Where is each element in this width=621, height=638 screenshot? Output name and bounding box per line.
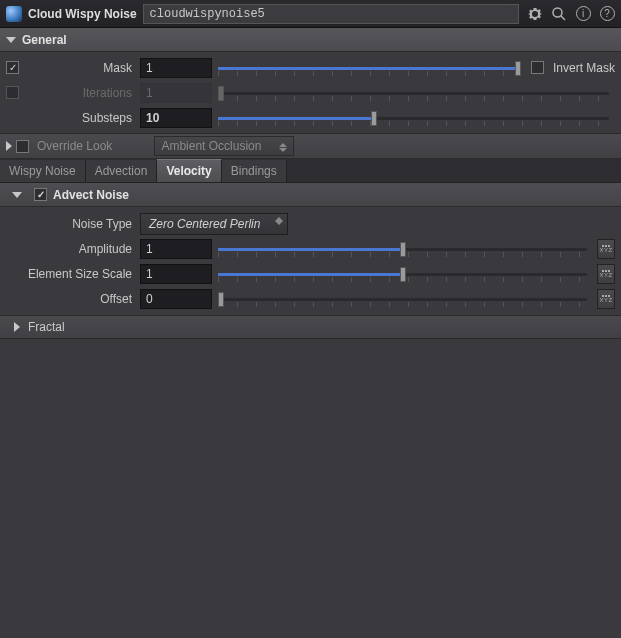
element-size-scale-value-input[interactable] <box>140 264 212 284</box>
amplitude-slider[interactable] <box>218 239 587 259</box>
mask-label: Mask <box>25 61 140 75</box>
chevron-right-icon[interactable] <box>6 141 12 151</box>
node-name-input[interactable] <box>143 4 519 24</box>
tab-bindings[interactable]: Bindings <box>222 160 287 182</box>
node-icon <box>6 6 22 22</box>
chevron-right-icon <box>14 322 20 332</box>
advect-noise-header[interactable]: Advect Noise <box>0 183 621 207</box>
element-size-scale-xyz-button[interactable]: XYZ <box>597 264 615 284</box>
amplitude-value-input[interactable] <box>140 239 212 259</box>
advect-noise-panel: Noise Type Zero Centered Perlin Amplitud… <box>0 207 621 315</box>
amplitude-row: Amplitude XYZ <box>6 236 621 261</box>
amplitude-label: Amplitude <box>12 242 140 256</box>
offset-slider[interactable] <box>218 289 587 309</box>
fractal-label: Fractal <box>28 320 65 334</box>
noise-type-dropdown[interactable]: Zero Centered Perlin <box>140 213 288 235</box>
offset-row: Offset XYZ <box>6 286 621 311</box>
node-type-label: Cloud Wispy Noise <box>28 7 137 21</box>
help-icon[interactable]: ? <box>599 6 615 22</box>
info-icon[interactable]: i <box>575 6 591 22</box>
offset-xyz-button[interactable]: XYZ <box>597 289 615 309</box>
advect-noise-checkbox[interactable] <box>34 188 47 201</box>
amplitude-xyz-button[interactable]: XYZ <box>597 239 615 259</box>
fractal-header[interactable]: Fractal <box>0 315 621 339</box>
general-params: Mask Invert Mask Iterations Substeps <box>0 52 621 133</box>
mask-value-input[interactable] <box>140 58 212 78</box>
substeps-label: Substeps <box>25 111 140 125</box>
override-look-checkbox[interactable] <box>16 140 29 153</box>
svg-line-1 <box>561 16 565 20</box>
tab-wispy-noise[interactable]: Wispy Noise <box>0 160 86 182</box>
tab-velocity[interactable]: Velocity <box>157 159 221 182</box>
general-header[interactable]: General <box>0 28 621 52</box>
element-size-scale-label: Element Size Scale <box>12 267 140 281</box>
iterations-label: Iterations <box>25 86 140 100</box>
element-size-scale-row: Element Size Scale XYZ <box>6 261 621 286</box>
advect-noise-label: Advect Noise <box>53 188 129 202</box>
svg-point-0 <box>553 8 562 17</box>
mask-enable-checkbox[interactable] <box>6 61 19 74</box>
mask-row: Mask Invert Mask <box>0 55 621 80</box>
override-look-dropdown[interactable]: Ambient Occlusion <box>154 136 294 156</box>
titlebar: Cloud Wispy Noise i ? <box>0 0 621 28</box>
chevron-down-icon <box>12 192 22 198</box>
iterations-value-input <box>140 83 212 103</box>
noise-type-row: Noise Type Zero Centered Perlin <box>6 211 621 236</box>
chevron-down-icon <box>6 37 16 43</box>
tab-advection[interactable]: Advection <box>86 160 158 182</box>
offset-label: Offset <box>12 292 140 306</box>
noise-type-selected: Zero Centered Perlin <box>149 217 260 231</box>
invert-mask-checkbox[interactable] <box>531 61 544 74</box>
substeps-row: Substeps <box>0 105 621 130</box>
element-size-scale-slider[interactable] <box>218 264 587 284</box>
iterations-slider <box>218 83 609 103</box>
iterations-enable-checkbox[interactable] <box>6 86 19 99</box>
iterations-row: Iterations <box>0 80 621 105</box>
tab-bar: Wispy Noise Advection Velocity Bindings <box>0 159 621 183</box>
override-look-selected: Ambient Occlusion <box>161 139 261 153</box>
override-look-label: Override Look <box>37 139 112 153</box>
substeps-value-input[interactable] <box>140 108 212 128</box>
offset-value-input[interactable] <box>140 289 212 309</box>
invert-mask-label: Invert Mask <box>553 61 615 75</box>
general-header-label: General <box>22 33 67 47</box>
noise-type-label: Noise Type <box>12 217 140 231</box>
substeps-slider[interactable] <box>218 108 609 128</box>
override-look-row: Override Look Ambient Occlusion <box>0 133 621 159</box>
search-icon[interactable] <box>551 6 567 22</box>
mask-slider[interactable] <box>218 58 521 78</box>
gear-icon[interactable] <box>527 6 543 22</box>
